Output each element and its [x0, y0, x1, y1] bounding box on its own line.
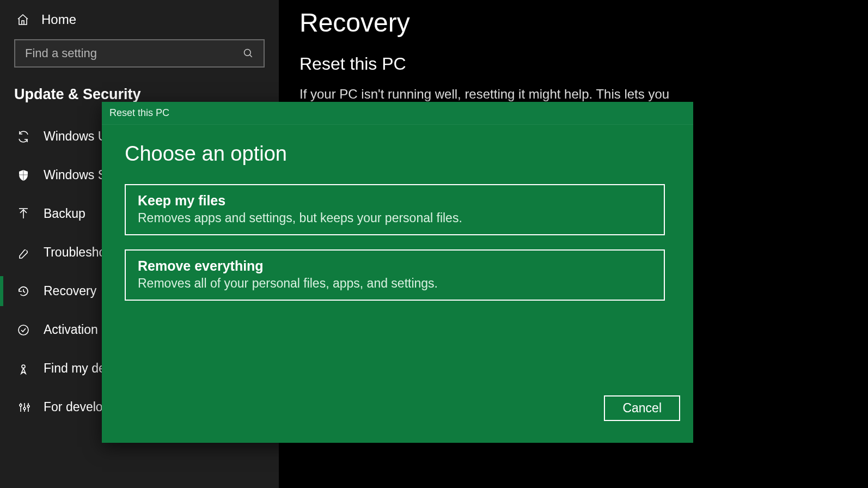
option-desc: Removes all of your personal files, apps…: [138, 276, 652, 291]
shield-icon: [16, 168, 30, 182]
home-icon: [16, 13, 29, 26]
option-remove-everything[interactable]: Remove everything Removes all of your pe…: [125, 249, 665, 301]
wrench-icon: [16, 246, 30, 260]
svg-line-1: [250, 55, 252, 57]
option-title: Keep my files: [138, 193, 652, 211]
sidebar-item-label: Recovery: [44, 284, 96, 298]
check-circle-icon: [16, 323, 30, 337]
backup-icon: [16, 207, 30, 221]
svg-point-8: [20, 404, 22, 406]
option-title: Remove everything: [138, 258, 652, 276]
svg-point-4: [26, 249, 27, 251]
dialog-heading: Choose an option: [125, 142, 670, 184]
history-icon: [16, 284, 30, 298]
reset-pc-dialog: Reset this PC Choose an option Keep my f…: [102, 102, 693, 443]
sidebar-item-home[interactable]: Home: [0, 0, 279, 39]
option-desc: Removes apps and settings, but keeps you…: [138, 211, 652, 225]
sync-icon: [16, 130, 30, 144]
sidebar-item-label: Activation: [44, 322, 98, 337]
dialog-titlebar: Reset this PC: [102, 102, 693, 125]
svg-point-12: [27, 405, 29, 407]
search-box[interactable]: [14, 39, 265, 68]
location-icon: [16, 362, 30, 376]
section-description: If your PC isn't running well, resetting…: [299, 85, 847, 103]
sidebar-home-label: Home: [41, 12, 76, 27]
search-input[interactable]: [25, 46, 243, 60]
option-keep-my-files[interactable]: Keep my files Removes apps and settings,…: [125, 184, 665, 235]
search-icon: [243, 48, 254, 59]
dev-icon: [16, 400, 30, 414]
svg-point-0: [244, 50, 251, 56]
svg-point-5: [19, 325, 28, 335]
sidebar-item-label: Backup: [44, 206, 85, 221]
svg-point-10: [23, 407, 26, 410]
cancel-button[interactable]: Cancel: [604, 395, 680, 421]
dialog-body: Choose an option Keep my files Removes a…: [102, 125, 693, 441]
page-title: Recovery: [299, 0, 847, 54]
section-heading: Reset this PC: [299, 54, 847, 85]
